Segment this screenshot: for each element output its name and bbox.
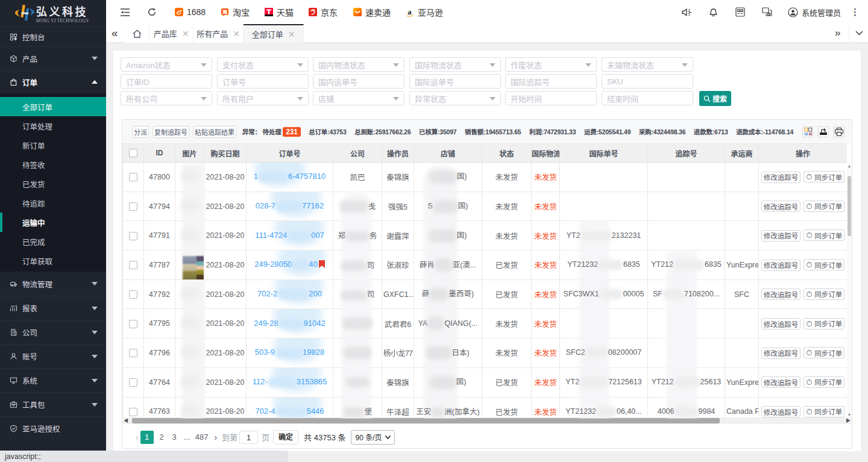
svg-text:a: a: [407, 8, 412, 16]
svg-text:淘: 淘: [222, 9, 228, 15]
svg-text:HONG YI TECHNOLOGY: HONG YI TECHNOLOGY: [36, 18, 89, 23]
svg-text:弘义科技: 弘义科技: [36, 5, 88, 18]
